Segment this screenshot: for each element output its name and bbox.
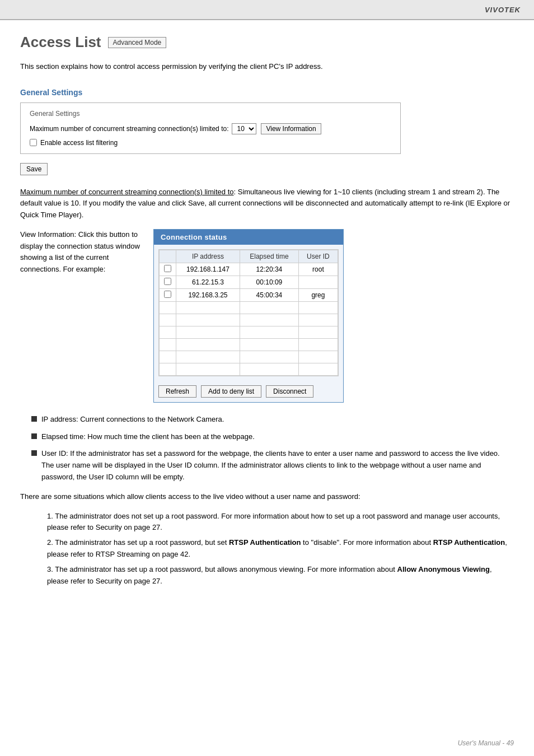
bullet-text-elapsed: Elapsed time: How much time the client h… xyxy=(41,431,255,443)
page-title-row: Access List Advanced Mode xyxy=(20,34,514,51)
cell-elapsed xyxy=(240,338,298,351)
cell-ip xyxy=(176,338,240,351)
advanced-mode-button[interactable]: Advanced Mode xyxy=(108,37,167,48)
cell-ip: 192.168.3.25 xyxy=(176,288,240,301)
col-userid: User ID xyxy=(298,250,338,263)
row-checkbox[interactable] xyxy=(164,278,171,285)
view-information-button[interactable]: View Information xyxy=(261,123,321,134)
cell-userid xyxy=(298,338,338,351)
numbered-item-3: 3. The administrator has set up a root p… xyxy=(47,564,514,587)
cell-userid xyxy=(298,314,338,326)
cell-userid xyxy=(298,276,338,288)
add-to-deny-button[interactable]: Add to deny list xyxy=(201,385,261,398)
intro-text: This section explains how to control acc… xyxy=(20,61,514,72)
cell-elapsed: 00:10:09 xyxy=(240,276,298,288)
cell-elapsed: 12:20:34 xyxy=(240,263,298,276)
bullet-icon-userid xyxy=(31,450,37,456)
numbered-list: 1. The administrator does not set up a r… xyxy=(47,511,514,587)
general-settings-box: General Settings Maximum number of concu… xyxy=(20,102,401,154)
table-row[interactable] xyxy=(160,314,338,326)
bullet-icon-elapsed xyxy=(31,433,37,439)
save-button[interactable]: Save xyxy=(20,163,48,175)
cell-ip xyxy=(176,326,240,338)
connection-table: IP address Elapsed time User ID 192.168.… xyxy=(159,250,338,376)
cell-userid xyxy=(298,363,338,375)
view-info-description: View Information: Click this button to d… xyxy=(20,229,149,403)
cell-elapsed: 45:00:34 xyxy=(240,288,298,301)
cell-elapsed xyxy=(240,363,298,375)
bullet-item-userid: User ID: If the administrator has set a … xyxy=(31,448,514,483)
general-settings-title: General Settings xyxy=(20,88,514,97)
cell-ip: 61.22.15.3 xyxy=(176,276,240,288)
cell-userid xyxy=(298,351,338,363)
cell-ip xyxy=(176,363,240,375)
cell-elapsed xyxy=(240,314,298,326)
top-bar: VIVOTEK xyxy=(0,0,534,20)
bullet-text-userid: User ID: If the administrator has set a … xyxy=(41,448,514,483)
cell-ip: 192.168.1.147 xyxy=(176,263,240,276)
cell-elapsed xyxy=(240,351,298,363)
cell-userid: root xyxy=(298,263,338,276)
enable-filtering-checkbox[interactable] xyxy=(30,139,37,146)
numbered-item-2: 2. The administrator has set up a root p… xyxy=(47,537,514,561)
table-row[interactable] xyxy=(160,338,338,351)
cell-ip xyxy=(176,314,240,326)
refresh-button[interactable]: Refresh xyxy=(158,385,196,398)
max-connections-row: Maximum number of concurrent streaming c… xyxy=(30,123,391,134)
table-row[interactable]: 61.22.15.300:10:09 xyxy=(160,276,338,288)
bullet-item-elapsed: Elapsed time: How much time the client h… xyxy=(31,431,514,443)
view-info-ref: View Information xyxy=(20,230,74,239)
extra-paragraph: There are some situations which allow cl… xyxy=(20,491,514,503)
row-checkbox[interactable] xyxy=(164,291,171,298)
body-paragraph-1: Maximum number of concurrent streaming c… xyxy=(20,186,514,221)
cell-elapsed xyxy=(240,326,298,338)
enable-filtering-row: Enable access list filtering xyxy=(30,139,391,147)
popup-body: IP address Elapsed time User ID 192.168.… xyxy=(158,249,339,376)
enable-filtering-label: Enable access list filtering xyxy=(40,139,118,147)
page-footer: User's Manual - 49 xyxy=(458,739,514,747)
col-checkbox xyxy=(160,250,176,263)
table-row[interactable]: 192.168.3.2545:00:34greg xyxy=(160,288,338,301)
col-ip: IP address xyxy=(176,250,240,263)
cell-elapsed xyxy=(240,301,298,314)
bullet-icon-ip xyxy=(31,416,37,422)
connection-status-section: View Information: Click this button to d… xyxy=(20,229,514,403)
table-row[interactable]: 192.168.1.14712:20:34root xyxy=(160,263,338,276)
page-title: Access List xyxy=(20,34,101,51)
max-connections-ref: Maximum number of concurrent streaming c… xyxy=(20,188,233,196)
cell-ip xyxy=(176,301,240,314)
box-title: General Settings xyxy=(30,110,391,118)
table-row[interactable] xyxy=(160,351,338,363)
bullet-list: IP address: Current connections to the N… xyxy=(31,414,514,483)
cell-ip xyxy=(176,351,240,363)
table-row[interactable] xyxy=(160,363,338,375)
bullet-item-ip: IP address: Current connections to the N… xyxy=(31,414,514,426)
row-checkbox[interactable] xyxy=(164,265,171,272)
popup-title-bar: Connection status xyxy=(154,230,343,245)
max-connections-label: Maximum number of concurrent streaming c… xyxy=(30,125,228,133)
brand-label: VIVOTEK xyxy=(485,6,521,14)
popup-buttons: Refresh Add to deny list Disconnect xyxy=(154,381,343,402)
numbered-item-1: 1. The administrator does not set up a r… xyxy=(47,511,514,534)
table-row[interactable] xyxy=(160,301,338,314)
main-content: Access List Advanced Mode This section e… xyxy=(0,20,534,617)
disconnect-button[interactable]: Disconnect xyxy=(266,385,313,398)
max-connections-select[interactable]: 10 1234 5678 9 xyxy=(232,123,256,134)
cell-userid xyxy=(298,301,338,314)
table-row[interactable] xyxy=(160,326,338,338)
col-elapsed: Elapsed time xyxy=(240,250,298,263)
cell-userid: greg xyxy=(298,288,338,301)
table-header-row: IP address Elapsed time User ID xyxy=(160,250,338,263)
connection-status-popup: Connection status IP address Elapsed tim… xyxy=(153,229,344,403)
cell-userid xyxy=(298,326,338,338)
bullet-text-ip: IP address: Current connections to the N… xyxy=(41,414,224,426)
